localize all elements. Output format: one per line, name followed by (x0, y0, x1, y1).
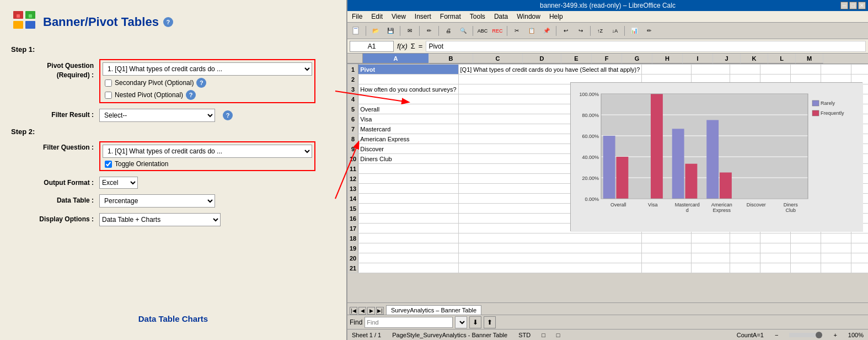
row-header-10[interactable]: 10 (348, 154, 358, 164)
col-header-d[interactable]: D (523, 54, 561, 63)
filter-question-select[interactable]: 1. [Q1] What types of credit cards do ..… (103, 145, 312, 158)
cell[interactable] (730, 233, 760, 243)
cell[interactable]: Diners Club (358, 154, 458, 164)
cell[interactable]: Overall (358, 104, 458, 114)
col-header-a[interactable]: A (363, 54, 429, 63)
row-header-19[interactable]: 19 (348, 243, 358, 253)
col-header-l[interactable]: L (768, 54, 796, 63)
nested-pivot-checkbox[interactable] (105, 92, 112, 99)
cell[interactable] (358, 194, 458, 204)
find-type-select[interactable] (455, 316, 467, 328)
cell[interactable] (692, 233, 730, 243)
cell[interactable] (791, 233, 821, 243)
cell[interactable] (642, 233, 692, 243)
display-options-select[interactable]: Data Table + Charts (99, 213, 221, 226)
help-icon-title[interactable]: ? (163, 17, 173, 27)
col-header-m[interactable]: M (796, 54, 823, 63)
toolbar-chart[interactable]: 📊 (628, 25, 641, 37)
sheet-tab-banner[interactable]: SurveyAnalytics – Banner Table (386, 305, 481, 315)
cell[interactable] (358, 184, 458, 194)
maximize-button[interactable]: □ (849, 2, 857, 9)
cell[interactable] (642, 253, 692, 263)
col-header-h[interactable]: H (652, 54, 683, 63)
row-header-8[interactable]: 8 (348, 134, 358, 144)
cell[interactable] (358, 253, 458, 263)
col-header-j[interactable]: J (713, 54, 741, 63)
row-header-5[interactable]: 5 (348, 104, 358, 114)
row-header-1[interactable]: 1 (348, 65, 358, 75)
toolbar-cut[interactable]: ✂ (510, 25, 523, 37)
cell[interactable] (791, 243, 821, 253)
cell[interactable]: Visa (358, 114, 458, 124)
secondary-pivot-checkbox[interactable] (105, 79, 112, 87)
cell[interactable] (358, 233, 458, 243)
menu-help[interactable]: Help (549, 13, 563, 20)
cell[interactable] (760, 253, 791, 263)
cell[interactable] (692, 65, 730, 75)
col-header-e[interactable]: E (561, 54, 592, 63)
menu-insert[interactable]: Insert (415, 13, 431, 20)
toolbar-sort-desc[interactable]: ↓A (608, 25, 621, 37)
row-header-9[interactable]: 9 (348, 144, 358, 154)
secondary-pivot-help[interactable]: ? (196, 78, 206, 88)
toolbar-open[interactable]: 📂 (369, 25, 382, 37)
menu-file[interactable]: File (352, 13, 362, 20)
col-header-b[interactable]: B (429, 54, 473, 63)
cell[interactable] (730, 253, 760, 263)
cell[interactable] (358, 164, 458, 174)
data-table-select[interactable]: Percentage (99, 194, 215, 208)
find-up-btn[interactable]: ⬆ (484, 316, 496, 328)
cell[interactable] (760, 243, 791, 253)
find-down-btn[interactable]: ⬇ (469, 316, 481, 328)
cell[interactable] (692, 253, 730, 263)
row-header-13[interactable]: 13 (348, 184, 358, 194)
cell[interactable] (358, 75, 458, 84)
cell[interactable]: [Q1] What types of credit cards do you h… (458, 65, 642, 75)
row-header-15[interactable]: 15 (348, 204, 358, 214)
cell[interactable] (458, 243, 642, 253)
cell[interactable] (760, 65, 791, 75)
toolbar-sort-asc[interactable]: ↑Z (593, 25, 607, 37)
cell[interactable] (730, 65, 760, 75)
formula-sum[interactable]: Σ (410, 42, 416, 50)
toggle-orientation-checkbox[interactable] (105, 161, 112, 168)
cell[interactable]: Mastercard (358, 124, 458, 134)
cell[interactable] (458, 253, 642, 263)
col-header-k[interactable]: K (741, 54, 768, 63)
toolbar-print[interactable]: 🖨 (442, 25, 455, 37)
row-header-21[interactable]: 21 (348, 263, 358, 273)
row-header-3[interactable]: 3 (348, 84, 358, 94)
menu-edit[interactable]: Edit (371, 13, 383, 20)
cell[interactable] (358, 204, 458, 214)
tab-nav-first[interactable]: |◀ (350, 307, 357, 315)
cell[interactable] (821, 243, 851, 253)
menu-format[interactable]: Format (440, 13, 461, 20)
cell[interactable] (821, 233, 851, 243)
col-header-f[interactable]: F (592, 54, 622, 63)
toolbar-preview[interactable]: 🔍 (457, 25, 470, 37)
cell[interactable] (642, 65, 692, 75)
toolbar-spell[interactable]: ABC (476, 25, 489, 37)
cell[interactable] (791, 253, 821, 263)
row-header-14[interactable]: 14 (348, 194, 358, 204)
tab-nav-next[interactable]: ▶ (367, 307, 375, 315)
toolbar-edit[interactable]: ✏ (422, 25, 436, 37)
cell[interactable]: Discover (358, 144, 458, 154)
cell[interactable] (851, 65, 868, 75)
cell[interactable] (821, 263, 851, 273)
col-header-g[interactable]: G (622, 54, 652, 63)
row-header-11[interactable]: 11 (348, 164, 358, 174)
row-header-12[interactable]: 12 (348, 174, 358, 184)
cell[interactable] (358, 243, 458, 253)
menu-data[interactable]: Data (494, 13, 508, 20)
cell[interactable] (851, 233, 868, 243)
close-button[interactable]: ✕ (858, 2, 866, 9)
row-header-18[interactable]: 18 (348, 233, 358, 243)
cell[interactable]: Pivot (358, 65, 458, 75)
row-header-20[interactable]: 20 (348, 253, 358, 263)
filter-result-select[interactable]: Select-- (99, 109, 215, 122)
status-zoom-minus[interactable]: − (775, 332, 778, 338)
cell[interactable] (458, 263, 642, 273)
toolbar-email[interactable]: ✉ (403, 25, 416, 37)
cell[interactable] (642, 263, 692, 273)
